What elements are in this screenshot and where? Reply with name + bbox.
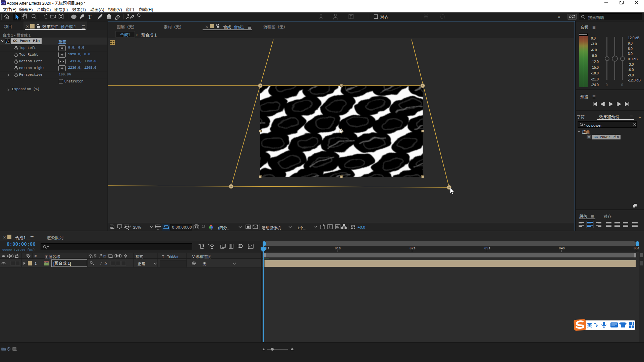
svg-text:#: #	[35, 253, 37, 258]
svg-text:1: 1	[35, 260, 37, 266]
svg-text:0:00:00:00: 0:00:00:00	[172, 224, 192, 230]
svg-text:+0.0: +0.0	[358, 224, 365, 230]
svg-text:25%: 25%	[133, 224, 141, 230]
svg-text:fx: fx	[105, 261, 108, 266]
svg-text:fx: fx	[103, 253, 106, 258]
svg-text:英: 英	[587, 321, 592, 328]
svg-text:T: T	[88, 14, 92, 20]
